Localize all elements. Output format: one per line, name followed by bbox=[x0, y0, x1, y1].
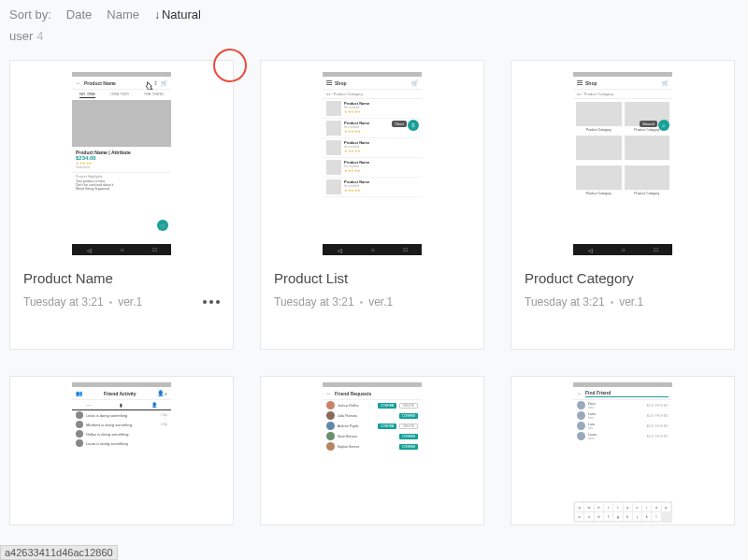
search-fab-icon: ⌕ bbox=[658, 120, 669, 131]
back-icon: ← bbox=[326, 391, 332, 396]
phone-mock: Shop 🛒 es › Product Category Search ⌕ Pr… bbox=[573, 72, 672, 255]
appbar-title: Friend Activity bbox=[85, 391, 154, 396]
phone-mock: Shop 🛒 es › Product Category Chart ≡ Pro… bbox=[323, 72, 422, 255]
card-preview: ← Product Name ⇪ 🛒 NO. ONE ITEM TWO THE … bbox=[10, 61, 233, 261]
filter-fab-icon: ≡ bbox=[408, 120, 419, 131]
cart-icon: 🛒 bbox=[662, 79, 669, 86]
add-friend-icon: 👤+ bbox=[157, 390, 167, 396]
sort-option-date[interactable]: Date bbox=[66, 7, 92, 22]
card-timestamp: Tuesday at 3:21 bbox=[23, 295, 104, 309]
list-item: Product Namethis enrolled★★★★★ bbox=[323, 158, 422, 178]
card-version: ver.1 bbox=[368, 295, 393, 309]
hamburger-icon bbox=[577, 80, 583, 85]
cart-icon: 🛒 bbox=[411, 79, 418, 86]
card-timestamp: Tuesday at 3:21 bbox=[525, 295, 605, 309]
product-grid: Product Category Product Category Produc… bbox=[573, 99, 672, 199]
tabs: NO. ONE ITEM TWO THE THIRD bbox=[72, 90, 171, 100]
hamburger-icon bbox=[326, 80, 332, 85]
sort-direction-icon: ↓ bbox=[154, 8, 160, 22]
friend-tabs: —▮👤 bbox=[72, 400, 171, 410]
appbar-title: Product Name bbox=[84, 80, 151, 86]
back-icon: ← bbox=[76, 80, 81, 86]
card-friend-activity[interactable]: 👥 Friend Activity 👤+ —▮👤 Linda is doing … bbox=[9, 376, 234, 525]
list-item: Product Namethis enrolled★★★★★ bbox=[323, 178, 422, 197]
phone-mock: ← Product Name ⇪ 🛒 NO. ONE ITEM TWO THE … bbox=[72, 72, 171, 255]
user-count: 4 bbox=[36, 29, 43, 43]
activity-row: Dallas is doing something bbox=[72, 429, 171, 438]
card-find-friend[interactable]: ← Find Friend DaradaraADD FRIEND Lanalan… bbox=[511, 376, 735, 525]
phone-mock: 👥 Friend Activity 👤+ —▮👤 Linda is doing … bbox=[72, 382, 171, 523]
card-product-name[interactable]: ← Product Name ⇪ 🛒 NO. ONE ITEM TWO THE … bbox=[9, 60, 234, 350]
search-chip: Search bbox=[640, 121, 657, 127]
card-product-category[interactable]: Shop 🛒 es › Product Category Search ⌕ Pr… bbox=[511, 60, 735, 350]
sort-by-label: Sort by: bbox=[9, 7, 51, 22]
card-preview: Shop 🛒 es › Product Category Search ⌕ Pr… bbox=[511, 61, 734, 261]
more-menu-button[interactable] bbox=[203, 300, 220, 304]
phone-mock: ← Friend Requests Joshua RollinsCONFIRMD… bbox=[323, 382, 422, 523]
card-friend-requests[interactable]: ← Friend Requests Joshua RollinsCONFIRMD… bbox=[260, 376, 484, 525]
breadcrumb: es › Product Category bbox=[323, 90, 422, 99]
find-row: LanalanaADD FRIEND bbox=[573, 410, 672, 421]
card-preview: Shop 🛒 es › Product Category Chart ≡ Pro… bbox=[261, 61, 483, 261]
keyboard: qwertyuiop asdfghjkl bbox=[573, 501, 672, 523]
card-version: ver.1 bbox=[118, 295, 142, 309]
activity-row: Linda is doing something1:34p bbox=[72, 410, 171, 420]
list-item: Product Namethis enrolled★★★★★ bbox=[323, 119, 422, 138]
appbar-title: Find Friend bbox=[585, 390, 669, 397]
card-title: Product List bbox=[274, 270, 470, 286]
sort-option-natural[interactable]: ↓ Natural bbox=[154, 7, 201, 22]
list-item: Product Namethis enrolled★★★★★ bbox=[323, 138, 422, 158]
sort-option-name[interactable]: Name bbox=[107, 7, 139, 22]
user-row: user 4 bbox=[0, 25, 748, 50]
card-timestamp: Tuesday at 3:21 bbox=[274, 295, 354, 309]
cards-row-1: ← Product Name ⇪ 🛒 NO. ONE ITEM TWO THE … bbox=[0, 50, 748, 350]
chart-chip: Chart bbox=[392, 121, 407, 127]
activity-row: Matthew is doing something1:30p bbox=[72, 420, 171, 429]
request-row: Noah BensonCONFIRM bbox=[323, 431, 422, 441]
find-row: LaralaraADD FRIEND bbox=[573, 421, 672, 431]
card-title: Product Category bbox=[525, 270, 721, 286]
android-nav: ◁○□ bbox=[72, 244, 171, 255]
request-row: Andrew PupilsCONFIRMDELETE bbox=[323, 421, 422, 431]
back-icon: ← bbox=[577, 391, 583, 396]
people-icon: 👥 bbox=[76, 390, 82, 396]
request-row: Joshua RollinsCONFIRMDELETE bbox=[323, 400, 422, 410]
annotation-circle bbox=[213, 49, 247, 82]
breadcrumb: es › Product Category bbox=[573, 90, 672, 99]
footer-id-label: a42633411d46ac12860 bbox=[0, 545, 118, 560]
find-row: LauralauraADD FRIEND bbox=[573, 431, 672, 441]
cart-icon: 🛒 bbox=[161, 79, 167, 86]
request-row: Julia PiumataCONFIRM bbox=[323, 410, 422, 421]
card-product-list[interactable]: Shop 🛒 es › Product Category Chart ≡ Pro… bbox=[260, 60, 484, 350]
card-title: Product Name bbox=[23, 270, 220, 286]
fab-cart-icon: 🛒 bbox=[157, 220, 168, 231]
separator-dot: • bbox=[109, 297, 113, 308]
sort-bar: Sort by: Date Name ↓ Natural bbox=[0, 0, 748, 25]
phone-mock: ← Find Friend DaradaraADD FRIEND Lanalan… bbox=[573, 382, 672, 523]
cards-row-2: 👥 Friend Activity 👤+ —▮👤 Linda is doing … bbox=[0, 350, 748, 525]
list-item: Product Namethis enrolled★★★★★ bbox=[323, 99, 422, 119]
activity-row: Laura is doing something bbox=[72, 438, 171, 448]
card-version: ver.1 bbox=[619, 295, 643, 309]
appbar-title: Friend Requests bbox=[335, 391, 418, 396]
hero-image bbox=[72, 100, 171, 147]
request-row: Sophia GomezCONFIRM bbox=[323, 441, 422, 452]
user-label: user bbox=[9, 29, 33, 43]
find-row: DaradaraADD FRIEND bbox=[573, 400, 672, 410]
sort-active-label: Natural bbox=[162, 7, 201, 22]
